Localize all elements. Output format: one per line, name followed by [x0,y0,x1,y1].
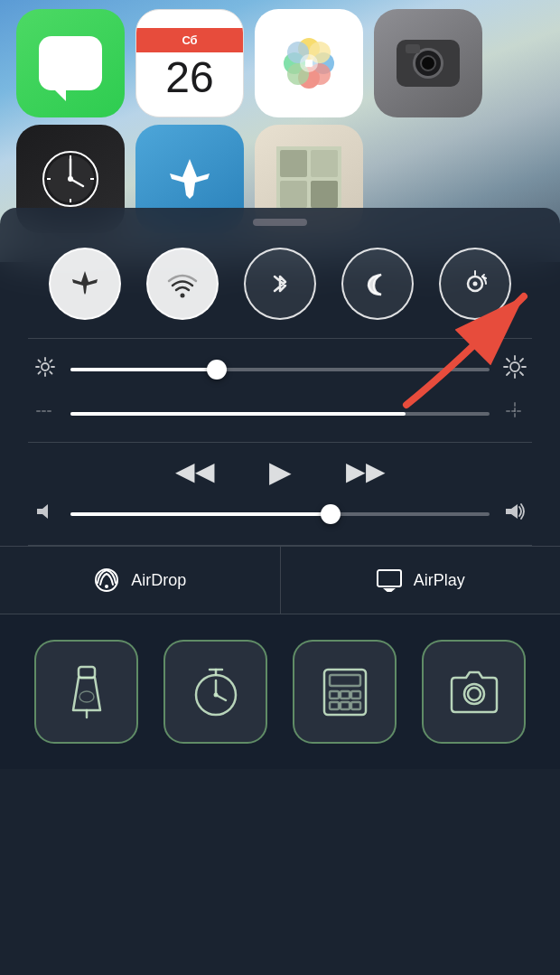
quick-camera-button[interactable] [422,640,526,744]
airplane-mode-toggle[interactable] [49,248,121,320]
app-calendar[interactable]: Сб 26 Календарь [135,9,244,117]
calculator-button[interactable] [293,640,397,744]
media-min-icon [33,401,58,426]
messages-icon[interactable] [16,9,125,117]
rotation-lock-toggle[interactable] [439,248,511,320]
svg-line-35 [39,371,41,373]
toggle-row [0,226,560,338]
airdrop-label: AirDrop [131,571,186,590]
svg-rect-64 [330,675,360,686]
svg-point-51 [105,585,108,588]
svg-line-41 [507,359,509,361]
svg-rect-52 [378,570,401,586]
calendar-date: 26 [165,56,213,99]
app-row-1: Сообщения Сб 26 Календарь [9,9,551,117]
brightness-slider[interactable] [70,368,490,371]
svg-marker-49 [506,504,518,519]
volume-slider-row [33,497,527,530]
app-photos[interactable]: Фото [255,9,363,117]
svg-rect-65 [330,691,339,698]
sliders-section [0,339,560,442]
playback-controls: ◀◀ ▶ ▶▶ [33,446,527,497]
volume-top-slider-row [33,401,527,426]
svg-line-33 [50,371,51,373]
timer-button[interactable] [163,640,267,744]
svg-point-8 [300,54,318,72]
flashlight-button[interactable] [34,640,138,744]
media-max-icon [502,401,527,426]
svg-point-23 [181,294,185,298]
svg-rect-67 [351,691,360,698]
app-messages[interactable]: Сообщения [16,9,125,117]
svg-point-25 [473,282,478,286]
app-camera[interactable]: Камера [374,9,482,117]
airdrop-button[interactable]: AirDrop [0,547,281,614]
svg-rect-68 [330,702,339,709]
svg-rect-66 [341,691,350,698]
bluetooth-toggle[interactable] [244,248,316,320]
svg-point-27 [42,363,49,370]
wifi-toggle[interactable] [146,248,219,320]
svg-line-34 [50,361,51,362]
airplay-button[interactable]: AirPlay [281,547,561,614]
svg-rect-20 [311,150,338,177]
brightness-min-icon [33,357,58,381]
svg-point-62 [213,692,218,697]
volume-slider[interactable] [70,512,490,516]
volume-min-icon [33,502,58,526]
svg-marker-48 [37,504,48,519]
svg-point-13 [68,176,73,182]
svg-line-43 [520,359,523,361]
brightness-max-icon [502,355,527,383]
airplay-label: AirPlay [414,571,465,590]
svg-point-72 [468,688,481,700]
svg-marker-53 [383,588,396,592]
svg-point-56 [79,691,94,702]
rewind-button[interactable]: ◀◀ [175,459,215,484]
svg-point-36 [510,362,519,371]
svg-rect-19 [280,150,307,177]
control-center-handle [253,219,307,226]
svg-line-32 [39,361,41,362]
svg-line-42 [520,372,523,375]
fast-forward-button[interactable]: ▶▶ [346,459,386,484]
svg-rect-69 [341,702,350,709]
brightness-slider-row [33,355,527,383]
photos-icon[interactable] [255,9,363,117]
calendar-day: Сб [136,28,243,52]
do-not-disturb-toggle[interactable] [341,248,414,320]
control-center: ◀◀ ▶ ▶▶ [0,208,560,975]
calendar-icon[interactable]: Сб 26 [135,9,244,117]
camera-icon[interactable] [374,9,482,117]
svg-rect-70 [351,702,360,709]
play-button[interactable]: ▶ [269,457,292,486]
media-section: ◀◀ ▶ ▶▶ [0,443,560,545]
brightness-second-slider[interactable] [70,412,490,416]
svg-line-44 [507,372,509,375]
svg-rect-21 [280,181,307,208]
volume-max-icon [502,501,527,527]
quick-actions [0,614,560,769]
airdrop-airplay-row: AirDrop AirPlay [0,546,560,614]
svg-rect-22 [311,181,338,208]
svg-rect-54 [79,667,95,678]
